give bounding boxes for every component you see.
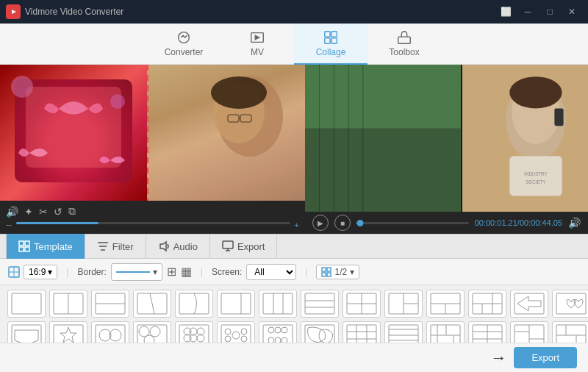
editor-video-left (0, 65, 147, 201)
separator2: | (201, 267, 203, 277)
preview-controls: ▶ ■ 00:00:01.21/00:00:44.05 🔊 (305, 212, 588, 234)
bottom-bar: → Export (0, 343, 588, 372)
progress-dot (356, 220, 363, 226)
tab-collage[interactable]: Collage (294, 24, 368, 65)
template-hearts[interactable] (552, 290, 588, 318)
svg-rect-109 (347, 325, 376, 343)
template-snowflake[interactable] (259, 321, 297, 343)
svg-point-10 (110, 94, 125, 109)
preview-volume-icon[interactable]: 🔊 (568, 217, 581, 229)
editor-controls: 🔊 ✦ ✂ ↺ ⧉ ─ + (0, 201, 305, 234)
template-mixed2[interactable] (426, 290, 465, 318)
template-boxes[interactable] (426, 321, 465, 343)
template-round[interactable] (175, 290, 213, 318)
svg-rect-51 (179, 293, 209, 314)
caption-button[interactable]: ⬜ (495, 4, 516, 19)
grid-icon[interactable]: ⊞ (167, 265, 176, 279)
maximize-button[interactable]: □ (539, 4, 560, 19)
face-image (147, 65, 305, 201)
app-title: Vidmore Video Converter (25, 7, 495, 17)
svg-rect-81 (96, 325, 125, 343)
svg-rect-42 (322, 273, 326, 276)
export-arrow-icon: → (490, 348, 506, 368)
svg-point-26 (509, 76, 562, 108)
sub-tabs: Template Filter Audio Export (0, 234, 588, 259)
svg-point-87 (144, 335, 154, 343)
separator3: | (305, 267, 307, 277)
svg-rect-52 (221, 293, 251, 314)
tab-converter[interactable]: Converter (147, 24, 220, 65)
template-sun[interactable] (217, 321, 255, 343)
template-wide[interactable] (217, 290, 255, 318)
svg-marker-80 (60, 327, 76, 343)
template-row-1 (7, 290, 581, 318)
preview-right-video: INDUSTRY SOCIETY (461, 65, 588, 212)
template-star[interactable] (49, 321, 87, 343)
template-quad[interactable] (343, 290, 381, 318)
separator1: | (66, 267, 68, 277)
nav-tabs: Converter MV Collage Toolbox (0, 24, 588, 65)
template-vsplit[interactable] (91, 290, 129, 318)
screen-dropdown[interactable]: All Single (246, 264, 296, 280)
timeline-progress (16, 222, 98, 224)
border-line-btn[interactable]: ▾ (111, 263, 162, 281)
svg-rect-5 (331, 31, 337, 36)
ratio-button[interactable]: 16:9 ▾ (24, 265, 57, 279)
pattern-icon[interactable]: ▦ (181, 265, 192, 279)
template-checkers[interactable] (468, 321, 506, 343)
undo-icon[interactable]: ↺ (54, 206, 62, 218)
template-triple-h[interactable] (301, 290, 339, 318)
template-banner[interactable] (7, 321, 46, 343)
svg-text:INDUSTRY: INDUSTRY (524, 171, 548, 176)
minimize-button[interactable]: ─ (517, 4, 538, 19)
svg-rect-114 (389, 325, 418, 343)
svg-rect-54 (263, 293, 293, 314)
svg-rect-77 (12, 325, 41, 343)
subtab-template[interactable]: Template (6, 234, 85, 259)
app-logo (6, 4, 21, 19)
svg-rect-76 (556, 293, 586, 314)
template-flowers[interactable] (175, 321, 213, 343)
template-angled[interactable] (133, 290, 171, 318)
tab-toolbox[interactable]: Toolbox (368, 24, 441, 65)
template-mixed3[interactable] (552, 321, 588, 343)
svg-rect-33 (19, 247, 24, 251)
template-wave[interactable] (343, 321, 381, 343)
export-button[interactable]: Export (514, 347, 577, 368)
tab-mv[interactable]: MV (220, 24, 294, 65)
split-line[interactable] (147, 65, 148, 201)
volume-icon[interactable]: 🔊 (6, 206, 18, 218)
collage-options-bar: 16:9 ▾ | Border: ▾ ⊞ ▦ | Screen: All Sin… (0, 259, 588, 285)
template-hsplit[interactable] (49, 290, 87, 318)
stop-button[interactable]: ■ (334, 215, 351, 231)
template-arrow[interactable] (510, 290, 548, 318)
svg-rect-44 (12, 293, 41, 314)
template-leaf[interactable] (301, 321, 339, 343)
subtab-export[interactable]: Export (210, 234, 278, 259)
template-triple-v[interactable] (259, 290, 297, 318)
template-single[interactable] (7, 290, 46, 318)
template-diamond[interactable] (91, 321, 129, 343)
preview-canvas: INDUSTRY SOCIETY (305, 65, 588, 212)
svg-rect-36 (223, 241, 233, 248)
template-dots[interactable] (510, 321, 548, 343)
template-circles[interactable] (133, 321, 171, 343)
subtab-filter[interactable]: Filter (85, 234, 146, 259)
template-grid (0, 285, 588, 343)
svg-rect-131 (556, 325, 586, 343)
layers-icon[interactable]: ⧉ (68, 205, 76, 218)
play-button[interactable]: ▶ (312, 215, 329, 231)
template-mixed1[interactable] (384, 290, 423, 318)
star-icon[interactable]: ✦ (24, 206, 33, 218)
scissors-icon[interactable]: ✂ (39, 206, 48, 218)
template-5panel[interactable] (468, 290, 506, 318)
svg-rect-4 (325, 31, 330, 36)
close-button[interactable]: ✕ (562, 4, 582, 19)
svg-point-99 (225, 336, 231, 342)
svg-rect-118 (431, 325, 460, 343)
preview-divider (461, 65, 462, 212)
template-lined[interactable] (384, 321, 423, 343)
control-icons: 🔊 ✦ ✂ ↺ ⧉ (6, 205, 299, 218)
preview-progress-bar[interactable] (356, 222, 469, 224)
subtab-audio[interactable]: Audio (146, 234, 210, 259)
